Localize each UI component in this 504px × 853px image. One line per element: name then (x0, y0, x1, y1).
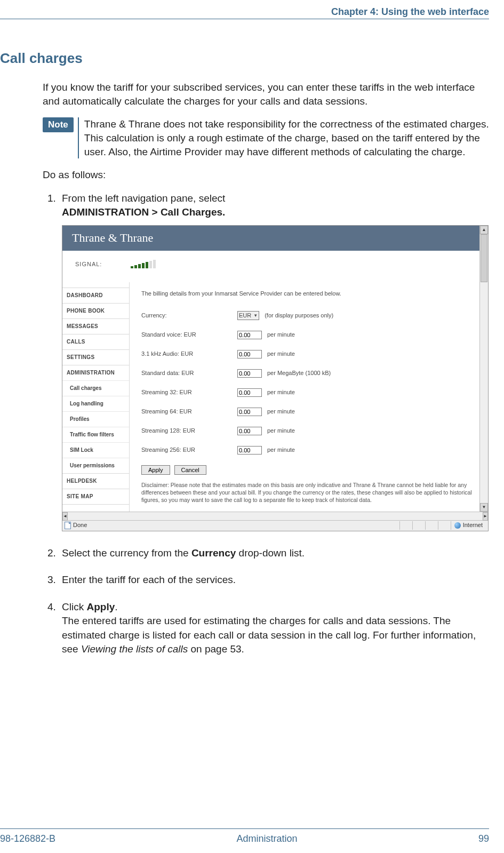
row-currency: Currency: EUR ▼ (for display purposes on… (141, 311, 474, 320)
label: Streaming 32: EUR (141, 388, 232, 396)
signal-bars-icon (131, 261, 156, 268)
tariff-input[interactable] (237, 427, 262, 435)
scroll-down-icon[interactable]: ▼ (480, 503, 488, 512)
step-3: Enter the tariff for each of the service… (59, 573, 489, 587)
currency-select[interactable]: EUR ▼ (237, 311, 259, 320)
nav-traffic-flow[interactable]: Traffic flow filters (62, 427, 129, 442)
row-stream128: Streaming 128: EUR per minute (141, 427, 474, 435)
globe-icon (454, 522, 461, 529)
nav-sim-lock[interactable]: SIM Lock (62, 442, 129, 458)
scroll-thumb[interactable] (481, 234, 487, 282)
scroll-up-icon[interactable]: ▲ (480, 226, 488, 234)
label: Standard data: EUR (141, 369, 232, 377)
label: Streaming 128: EUR (141, 427, 232, 435)
status-bar: Done Internet (62, 520, 488, 531)
unit: per minute (267, 388, 295, 396)
scroll-right-icon[interactable]: ► (483, 512, 488, 521)
label: Streaming 256: EUR (141, 446, 232, 454)
label: Standard voice: EUR (141, 331, 232, 339)
currency-label: Currency: (141, 312, 232, 320)
page-icon (65, 522, 71, 529)
app-content: The billing details from your Inmarsat S… (130, 282, 479, 511)
nav-user-permissions[interactable]: User permissions (62, 458, 129, 473)
chapter-title: Chapter 4: Using the web interface (0, 5, 489, 18)
section-title: Call charges (0, 50, 489, 67)
note-box: Note Thrane & Thrane does not take respo… (43, 117, 489, 158)
step-1: From the left navigation pane, select AD… (59, 192, 489, 531)
nav-calls[interactable]: CALLS (62, 334, 129, 349)
tariff-input[interactable] (237, 388, 262, 397)
content-intro: The billing details from your Inmarsat S… (141, 290, 474, 298)
app-brand: Thrane & Thrane (62, 226, 479, 251)
row-stream256: Streaming 256: EUR per minute (141, 446, 474, 455)
tariff-input[interactable] (237, 446, 262, 455)
tariff-input[interactable] (237, 369, 262, 378)
nav-settings[interactable]: SETTINGS (62, 349, 129, 365)
footer-section: Administration (237, 833, 298, 844)
unit: per minute (267, 408, 295, 416)
left-nav: DASHBOARD PHONE BOOK MESSAGES CALLS SETT… (62, 282, 130, 511)
unit: per MegaByte (1000 kB) (267, 369, 331, 377)
nav-dashboard[interactable]: DASHBOARD (62, 288, 129, 303)
chevron-down-icon: ▼ (253, 313, 258, 318)
step1-text: From the left navigation pane, select (62, 193, 225, 204)
step1-path: ADMINISTRATION > Call Charges. (62, 206, 225, 218)
step-4: Click Apply. The entered tariffs are use… (59, 600, 489, 657)
unit: per minute (267, 427, 295, 435)
page-number: 99 (478, 833, 489, 844)
currency-hint: (for display purposes only) (265, 312, 333, 320)
row-31khz: 3.1 kHz Audio: EUR per minute (141, 350, 474, 358)
lead-in: Do as follows: (43, 168, 489, 182)
step-2: Select the currency from the Currency dr… (59, 546, 489, 561)
signal-row: SIGNAL: (62, 251, 479, 282)
horizontal-scrollbar[interactable]: ◄ ► (62, 512, 488, 520)
unit: per minute (267, 331, 295, 339)
label: 3.1 kHz Audio: EUR (141, 350, 232, 358)
row-stream64: Streaming 64: EUR per minute (141, 408, 474, 416)
label: Streaming 64: EUR (141, 408, 232, 416)
unit: per minute (267, 350, 295, 358)
intro-paragraph: If you know the tariff for your subscrib… (43, 81, 489, 108)
row-standard-data: Standard data: EUR per MegaByte (1000 kB… (141, 369, 474, 378)
scroll-left-icon[interactable]: ◄ (62, 512, 68, 521)
tariff-input[interactable] (237, 350, 262, 358)
tariff-input[interactable] (237, 408, 262, 416)
nav-profiles[interactable]: Profiles (62, 411, 129, 427)
nav-administration[interactable]: ADMINISTRATION (62, 365, 129, 380)
tariff-input[interactable] (237, 331, 262, 339)
page-footer: 98-126882-B Administration 99 (0, 828, 489, 853)
vertical-scrollbar[interactable]: ▲ ▼ (479, 226, 488, 511)
nav-phonebook[interactable]: PHONE BOOK (62, 303, 129, 318)
cancel-button[interactable]: Cancel (174, 465, 206, 475)
note-label: Note (43, 117, 74, 132)
nav-call-charges[interactable]: Call charges (62, 380, 129, 396)
nav-helpdesk[interactable]: HELPDESK (62, 473, 129, 489)
unit: per minute (267, 446, 295, 454)
signal-label: SIGNAL: (75, 260, 102, 268)
apply-button[interactable]: Apply (141, 465, 170, 475)
doc-number: 98-126882-B (0, 833, 55, 844)
nav-sitemap[interactable]: SITE MAP (62, 489, 129, 505)
status-done: Done (73, 521, 87, 529)
currency-value: EUR (239, 312, 251, 320)
app-screenshot: Thrane & Thrane SIGNAL: DASHBOARD (62, 225, 489, 531)
nav-log-handling[interactable]: Log handling (62, 396, 129, 411)
disclaimer-text: Disclaimer: Please note that the estimat… (141, 481, 474, 504)
row-standard-voice: Standard voice: EUR per minute (141, 331, 474, 339)
note-text: Thrane & Thrane does not take responsibi… (78, 117, 489, 158)
status-zone: Internet (463, 521, 483, 529)
row-stream32: Streaming 32: EUR per minute (141, 388, 474, 397)
nav-messages[interactable]: MESSAGES (62, 318, 129, 334)
